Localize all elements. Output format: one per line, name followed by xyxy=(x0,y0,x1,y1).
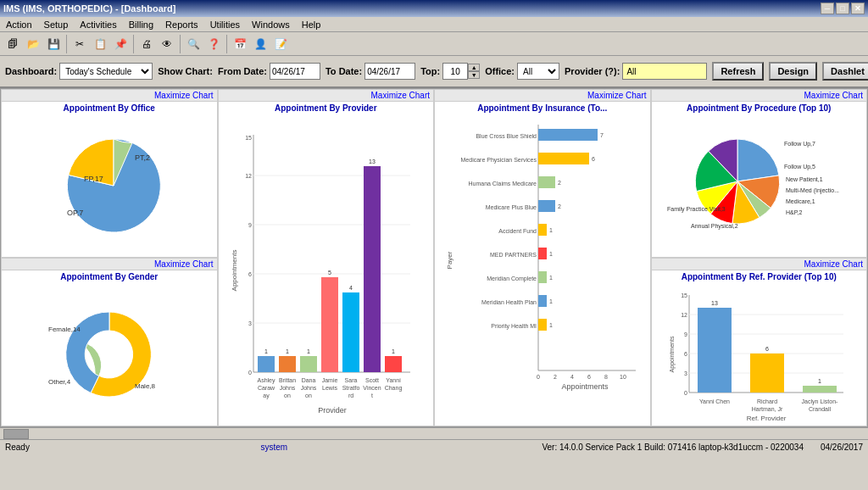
window-controls: ─ □ ✕ xyxy=(821,3,865,14)
provider-input[interactable] xyxy=(622,63,707,80)
svg-text:Medicare,1: Medicare,1 xyxy=(786,198,815,204)
toolbar: 🗐 📂 💾 ✂ 📋 📌 🖨 👁 🔍 ❓ 📅 👤 📝 xyxy=(0,32,868,56)
toolbar-paste[interactable]: 📌 xyxy=(111,35,130,53)
toolbar-print[interactable]: 🖨 xyxy=(137,35,156,53)
svg-text:Crandall: Crandall xyxy=(809,406,832,412)
appt-by-procedure-maximize[interactable]: Maximize Chart xyxy=(652,90,867,102)
toolbar-cut[interactable]: ✂ xyxy=(70,35,89,53)
menu-setup[interactable]: Setup xyxy=(42,19,71,31)
svg-text:0: 0 xyxy=(248,370,252,376)
svg-text:Richard: Richard xyxy=(757,398,777,404)
svg-rect-61 xyxy=(538,129,598,141)
menu-windows[interactable]: Windows xyxy=(249,19,292,31)
svg-rect-31 xyxy=(321,277,338,372)
svg-text:Hartman, Jr: Hartman, Jr xyxy=(752,406,783,412)
design-button[interactable]: Design xyxy=(769,62,817,81)
appt-by-gender-chart: Female,14 Other,4 Male,8 xyxy=(42,299,177,409)
minimize-button[interactable]: ─ xyxy=(821,3,834,14)
svg-text:Chang: Chang xyxy=(385,385,403,392)
svg-text:15: 15 xyxy=(681,292,687,298)
svg-text:Dana: Dana xyxy=(302,377,316,383)
app-title: IMS (IMS, ORTHOPEDIC) - [Dashboard] xyxy=(3,3,176,14)
menu-utilities[interactable]: Utilities xyxy=(208,19,242,31)
svg-text:Appointments: Appointments xyxy=(561,382,609,391)
toolbar-help[interactable]: ❓ xyxy=(204,35,223,53)
svg-text:FP,17: FP,17 xyxy=(84,175,103,183)
appt-by-gender-body: Female,14 Other,4 Male,8 xyxy=(2,283,217,426)
svg-text:6: 6 xyxy=(587,374,591,380)
toolbar-save[interactable]: 💾 xyxy=(44,35,63,53)
svg-text:4: 4 xyxy=(570,374,574,380)
svg-text:Johns: Johns xyxy=(280,385,296,391)
status-bar: Ready system Ver: 14.0.0 Service Pack 1 … xyxy=(0,439,868,454)
filter-bar: Dashboard: Today's Schedule Show Chart: … xyxy=(0,56,868,88)
svg-text:9: 9 xyxy=(248,222,252,228)
toolbar-open[interactable]: 📂 xyxy=(24,35,42,53)
svg-text:MED PARTNERS: MED PARTNERS xyxy=(490,252,537,258)
to-date-group: To Date: xyxy=(326,63,415,80)
office-select[interactable]: All xyxy=(517,63,559,80)
menu-billing[interactable]: Billing xyxy=(126,19,156,31)
toolbar-copy[interactable]: 📋 xyxy=(91,35,109,53)
appt-by-insurance-maximize[interactable]: Maximize Chart xyxy=(435,90,650,102)
toolbar-patient[interactable]: 👤 xyxy=(251,35,270,53)
svg-text:Medicare Physician Services: Medicare Physician Services xyxy=(460,157,537,164)
dashboard-select[interactable]: Today's Schedule xyxy=(59,63,153,80)
svg-text:Caraw: Caraw xyxy=(258,385,275,391)
svg-text:OP,7: OP,7 xyxy=(67,209,83,217)
toolbar-find[interactable]: 🔍 xyxy=(184,35,203,53)
top-down-button[interactable]: ▼ xyxy=(468,71,480,79)
svg-rect-40 xyxy=(364,166,381,372)
toolbar-calendar[interactable]: 📅 xyxy=(231,35,249,53)
svg-text:on: on xyxy=(305,393,312,398)
svg-rect-85 xyxy=(538,319,547,331)
svg-rect-73 xyxy=(538,224,547,236)
svg-text:Follow Up,5: Follow Up,5 xyxy=(784,164,815,170)
appt-by-gender-maximize[interactable]: Maximize Chart xyxy=(2,259,217,270)
svg-text:Other,4: Other,4 xyxy=(48,378,71,386)
dashlet-button[interactable]: Dashlet xyxy=(822,62,868,81)
show-chart-group: Show Chart: xyxy=(158,66,213,76)
svg-text:Meridian Health Plan: Meridian Health Plan xyxy=(481,299,537,305)
horizontal-scrollbar[interactable] xyxy=(0,427,868,439)
toolbar-new[interactable]: 🗐 xyxy=(3,35,22,53)
svg-text:10: 10 xyxy=(620,374,626,380)
from-date-input[interactable] xyxy=(270,63,320,80)
appt-by-ref-provider-maximize[interactable]: Maximize Chart xyxy=(652,259,867,270)
svg-text:Appointments: Appointments xyxy=(231,249,238,291)
svg-rect-16 xyxy=(258,356,275,372)
appt-by-office-chart: FP,17 OP,7 PT,2 xyxy=(37,131,181,241)
menu-action[interactable]: Action xyxy=(3,19,35,31)
menu-activities[interactable]: Activities xyxy=(77,19,119,31)
appt-by-procedure-title: Appointment By Procedure (Top 10) xyxy=(652,102,867,114)
appt-by-gender-panel: Maximize Chart Appointment By Gender Fem… xyxy=(1,258,218,426)
refresh-button[interactable]: Refresh xyxy=(712,62,764,81)
maximize-button[interactable]: □ xyxy=(836,3,849,14)
status-version: Ver: 14.0.0 Service Pack 1 Build: 071416… xyxy=(413,443,804,452)
svg-rect-45 xyxy=(385,356,402,372)
toolbar-preview[interactable]: 👁 xyxy=(158,35,176,53)
scroll-thumb[interactable] xyxy=(3,429,29,439)
svg-text:Jamie: Jamie xyxy=(322,377,338,383)
svg-text:8: 8 xyxy=(604,374,608,380)
svg-text:12: 12 xyxy=(681,312,687,318)
toolbar-appt[interactable]: 📝 xyxy=(271,35,290,53)
appt-by-ref-provider-panel: Maximize Chart Appointment By Ref. Provi… xyxy=(651,258,868,426)
svg-text:7: 7 xyxy=(600,132,604,138)
top-input[interactable] xyxy=(442,63,468,80)
appt-by-provider-maximize[interactable]: Maximize Chart xyxy=(219,90,434,102)
svg-text:6: 6 xyxy=(684,351,687,357)
top-up-button[interactable]: ▲ xyxy=(468,64,480,71)
close-button[interactable]: ✕ xyxy=(851,3,865,14)
menu-reports[interactable]: Reports xyxy=(163,19,201,31)
to-date-input[interactable] xyxy=(364,63,415,80)
dashboard-grid: Maximize Chart Appointment By Office FP,… xyxy=(0,88,868,427)
svg-text:H&P,2: H&P,2 xyxy=(786,209,802,215)
svg-rect-118 xyxy=(803,386,837,393)
svg-text:15: 15 xyxy=(245,135,252,141)
appt-by-office-maximize[interactable]: Maximize Chart xyxy=(2,90,217,102)
menu-help[interactable]: Help xyxy=(299,19,324,31)
appt-by-provider-body: Appointments 0 3 6 9 12 15 1 Ashley xyxy=(219,114,434,426)
svg-text:Yanni Chen: Yanni Chen xyxy=(699,398,730,404)
svg-text:6: 6 xyxy=(765,346,769,352)
